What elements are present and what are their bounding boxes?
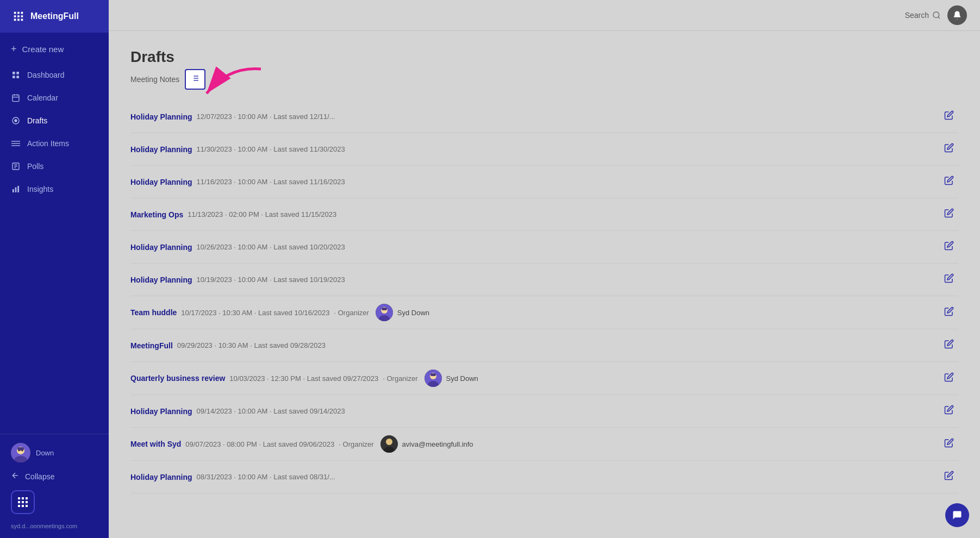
- draft-meta: 10/19/2023 · 10:00 AM · Last saved 10/19…: [197, 276, 345, 284]
- dashboard-icon: [11, 70, 21, 80]
- draft-edit-button[interactable]: [940, 173, 958, 190]
- draft-name: Marketing Ops: [130, 210, 183, 219]
- search-icon[interactable]: [932, 11, 941, 20]
- draft-row[interactable]: Team huddle 10/17/2023 · 10:30 AM · Last…: [130, 296, 958, 329]
- sidebar-item-insights[interactable]: Insights: [0, 178, 109, 201]
- draft-row[interactable]: Quarterly business review 10/03/2023 · 1…: [130, 362, 958, 395]
- polls-label: Polls: [27, 162, 43, 171]
- sidebar-item-action-items[interactable]: Action Items: [0, 132, 109, 155]
- search-area[interactable]: Search: [905, 11, 941, 20]
- svg-point-25: [22, 450, 23, 452]
- insights-label: Insights: [27, 185, 53, 193]
- sidebar-nav: Dashboard Calendar Drafts Action Items P…: [0, 64, 109, 434]
- sidebar-item-calendar[interactable]: Calendar: [0, 86, 109, 109]
- organizer-name: Syd Down: [397, 309, 429, 317]
- draft-info: Holiday Planning 10/19/2023 · 10:00 AM ·…: [130, 276, 940, 284]
- dashboard-label: Dashboard: [27, 71, 65, 79]
- draft-row[interactable]: Holiday Planning 08/31/2023 · 10:00 AM ·…: [130, 461, 958, 493]
- draft-meta: 09/14/2023 · 10:00 AM · Last saved 09/14…: [197, 407, 345, 415]
- draft-row[interactable]: Holiday Planning 11/30/2023 · 10:00 AM ·…: [130, 133, 958, 166]
- sidebar: MeetingFull + Create new Dashboard Calen…: [0, 0, 109, 538]
- draft-row[interactable]: Holiday Planning 09/14/2023 · 10:00 AM ·…: [130, 395, 958, 428]
- draft-info: Team huddle 10/17/2023 · 10:30 AM · Last…: [130, 304, 940, 321]
- draft-name: Holiday Planning: [130, 407, 192, 416]
- draft-row[interactable]: Holiday Planning 10/26/2023 · 10:00 AM ·…: [130, 231, 958, 264]
- sidebar-item-drafts[interactable]: Drafts: [0, 109, 109, 132]
- svg-line-28: [938, 17, 940, 18]
- app-logo[interactable]: MeetingFull: [0, 0, 109, 33]
- draft-edit-button[interactable]: [940, 403, 958, 420]
- sidebar-item-polls[interactable]: Polls: [0, 155, 109, 178]
- draft-edit-button[interactable]: [940, 304, 958, 321]
- meetingfull-badge[interactable]: [11, 490, 35, 514]
- svg-point-45: [386, 439, 392, 445]
- section-header: Meeting Notes: [130, 69, 958, 90]
- create-new-button[interactable]: + Create new: [0, 33, 109, 64]
- create-new-label: Create new: [22, 45, 64, 54]
- draft-edit-button[interactable]: [940, 141, 958, 158]
- user-name: Down: [36, 449, 54, 457]
- svg-point-9: [15, 120, 17, 122]
- draft-meta: 10/03/2023 · 12:30 PM · Last saved 09/27…: [229, 374, 378, 383]
- svg-rect-39: [382, 308, 387, 310]
- draft-name: Holiday Planning: [130, 473, 192, 481]
- draft-info: Holiday Planning 08/31/2023 · 10:00 AM ·…: [130, 473, 940, 481]
- filter-button[interactable]: [185, 69, 205, 90]
- draft-row[interactable]: Holiday Planning 11/16/2023 · 10:00 AM ·…: [130, 166, 958, 198]
- svg-rect-18: [15, 187, 17, 192]
- draft-edit-button[interactable]: [940, 468, 958, 485]
- draft-list: Holiday Planning 12/07/2023 · 10:00 AM ·…: [130, 101, 958, 493]
- draft-edit-button[interactable]: [940, 436, 958, 453]
- polls-icon: [11, 161, 21, 171]
- draft-meta: 11/30/2023 · 10:00 AM · Last saved 11/30…: [197, 145, 345, 153]
- sidebar-item-dashboard[interactable]: Dashboard: [0, 64, 109, 86]
- svg-rect-2: [13, 76, 15, 78]
- draft-meta: 10/26/2023 · 10:00 AM · Last saved 10/20…: [197, 243, 345, 251]
- draft-edit-button[interactable]: [940, 239, 958, 255]
- draft-name: Meet with Syd: [130, 440, 181, 448]
- organizer-name: Syd Down: [446, 374, 478, 383]
- svg-point-27: [933, 12, 939, 18]
- organizer-label: · Organizer: [334, 309, 369, 317]
- draft-row[interactable]: Holiday Planning 12/07/2023 · 10:00 AM ·…: [130, 101, 958, 133]
- content-area: Drafts Meeting Notes: [109, 31, 980, 538]
- main-content: Search Drafts Meeting Notes: [109, 0, 980, 538]
- svg-rect-19: [17, 186, 19, 192]
- draft-meta: 09/07/2023 · 08:00 PM · Last saved 09/06…: [185, 440, 334, 448]
- action-items-icon: [11, 139, 21, 148]
- draft-edit-button[interactable]: [940, 271, 958, 288]
- action-items-label: Action Items: [27, 139, 69, 148]
- draft-row[interactable]: Marketing Ops 11/13/2023 · 02:00 PM · La…: [130, 198, 958, 231]
- svg-rect-11: [11, 143, 20, 143]
- draft-edit-button[interactable]: [940, 370, 958, 387]
- draft-row[interactable]: Meet with Syd 09/07/2023 · 08:00 PM · La…: [130, 428, 958, 461]
- notification-button[interactable]: [947, 5, 967, 25]
- draft-meta: 12/07/2023 · 10:00 AM · Last saved 12/11…: [197, 112, 335, 121]
- user-email: syd.d...oonmeetings.com: [11, 523, 98, 529]
- draft-row[interactable]: MeetingFull 09/29/2023 · 10:30 AM · Last…: [130, 329, 958, 362]
- svg-rect-3: [16, 76, 19, 78]
- plus-icon: +: [11, 43, 17, 55]
- user-info[interactable]: Down: [11, 443, 98, 462]
- draft-name: Holiday Planning: [130, 145, 192, 154]
- draft-row[interactable]: Holiday Planning 10/19/2023 · 10:00 AM ·…: [130, 264, 958, 296]
- draft-name: Team huddle: [130, 308, 177, 317]
- draft-info: Holiday Planning 12/07/2023 · 10:00 AM ·…: [130, 112, 940, 121]
- header: Search: [109, 0, 980, 31]
- svg-rect-17: [13, 189, 14, 192]
- collapse-button[interactable]: Collapse: [11, 471, 98, 481]
- search-label: Search: [905, 11, 929, 20]
- chat-bubble-button[interactable]: [945, 503, 969, 527]
- organizer-label: · Organizer: [339, 440, 373, 448]
- draft-edit-button[interactable]: [940, 108, 958, 125]
- draft-edit-button[interactable]: [940, 337, 958, 354]
- draft-name: MeetingFull: [130, 341, 173, 350]
- organizer-avatar: [380, 435, 398, 453]
- svg-rect-10: [11, 141, 20, 141]
- draft-info: Holiday Planning 11/30/2023 · 10:00 AM ·…: [130, 145, 940, 154]
- page-title: Drafts: [130, 48, 958, 66]
- svg-rect-23: [17, 447, 24, 451]
- app-name: MeetingFull: [30, 11, 79, 21]
- svg-rect-43: [430, 373, 436, 376]
- draft-edit-button[interactable]: [940, 206, 958, 223]
